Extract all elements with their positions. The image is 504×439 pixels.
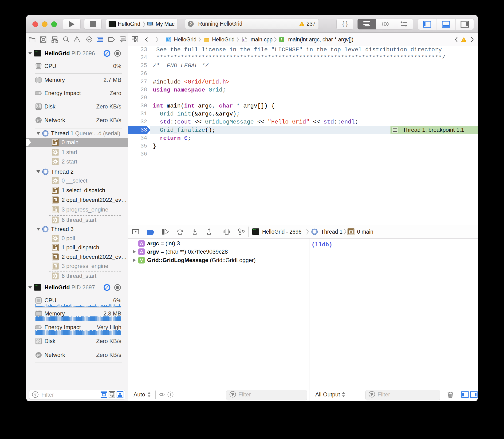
svg-text:C++: C++ xyxy=(243,39,246,41)
